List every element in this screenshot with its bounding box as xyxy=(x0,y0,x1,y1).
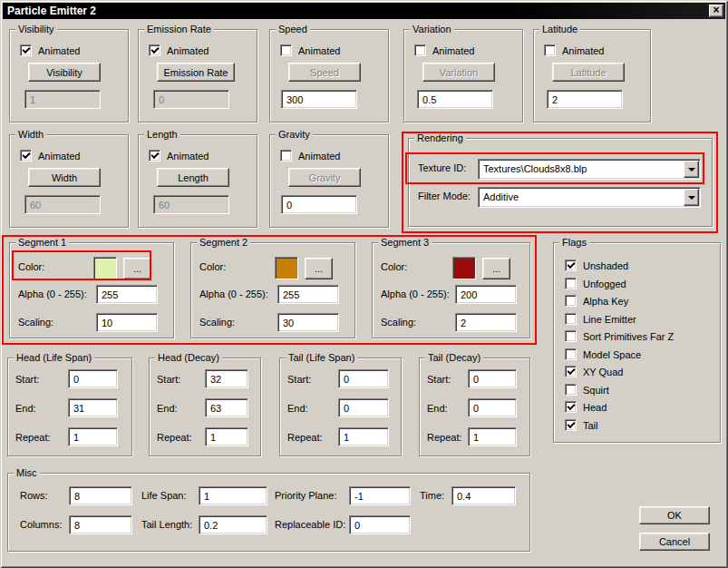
group-title: Emission Rate xyxy=(144,24,214,34)
flag-unshaded-checkbox[interactable] xyxy=(565,260,577,271)
group-segment-1: Segment 1 Color: ... Alpha (0 - 255): 25… xyxy=(9,242,174,338)
group-title: Tail (Decay) xyxy=(425,352,483,363)
repeat-label: Repeat: xyxy=(15,432,51,443)
variation-animated-checkbox[interactable] xyxy=(414,44,426,56)
color-label: Color: xyxy=(18,261,44,272)
latitude-value-field[interactable]: 2 xyxy=(547,90,623,109)
gravity-value-field[interactable]: 0 xyxy=(281,195,357,214)
length-animated-checkbox[interactable] xyxy=(149,150,160,162)
flag-line-emitter-checkbox[interactable] xyxy=(565,313,577,325)
texture-dropdown-button[interactable] xyxy=(684,161,699,178)
animated-label: Animated xyxy=(432,45,474,56)
head-lifespan-start-field[interactable]: 0 xyxy=(68,369,118,388)
emission-rate-animated-checkbox[interactable] xyxy=(149,44,160,56)
width-track-button[interactable]: Width xyxy=(28,168,101,187)
segment1-color-picker-button[interactable]: ... xyxy=(123,258,151,279)
head-decay-end-field[interactable]: 63 xyxy=(205,398,248,417)
segment3-color-picker-button[interactable]: ... xyxy=(482,258,510,279)
life-span-label: Life Span: xyxy=(141,490,187,501)
end-label: End: xyxy=(15,403,36,414)
gravity-animated-checkbox[interactable] xyxy=(280,150,292,162)
segment1-color-swatch xyxy=(93,257,117,279)
animated-label: Animated xyxy=(167,151,209,162)
group-gravity: Gravity Animated Gravity 0 xyxy=(269,134,389,228)
flag-squirt-checkbox[interactable] xyxy=(565,384,577,396)
segment3-alpha-field[interactable]: 200 xyxy=(455,285,517,304)
time-label: Time: xyxy=(420,490,444,501)
animated-label: Animated xyxy=(167,45,209,56)
segment2-alpha-field[interactable]: 255 xyxy=(277,285,339,304)
tail-decay-end-field[interactable]: 0 xyxy=(468,398,517,417)
head-lifespan-repeat-field[interactable]: 1 xyxy=(68,427,118,446)
tail-length-field[interactable]: 0.2 xyxy=(199,515,267,534)
rows-field[interactable]: 8 xyxy=(69,486,132,505)
segment1-scaling-field[interactable]: 10 xyxy=(96,313,158,332)
replaceable-id-label: Replaceable ID: xyxy=(275,519,345,530)
emission-rate-track-button[interactable]: Emission Rate xyxy=(157,63,235,82)
head-decay-repeat-field[interactable]: 1 xyxy=(205,427,248,446)
length-track-button[interactable]: Length xyxy=(157,168,229,187)
chevron-down-icon xyxy=(688,168,695,171)
tail-decay-start-field[interactable]: 0 xyxy=(468,369,517,388)
group-variation: Variation Animated Variation 0.5 xyxy=(403,29,523,122)
flag-unfogged-checkbox[interactable] xyxy=(565,278,577,289)
width-value-field: 60 xyxy=(24,195,101,214)
filter-dropdown-button[interactable] xyxy=(684,189,699,206)
segment3-color-swatch xyxy=(452,257,476,279)
flag-xy-quad-label: XY Quad xyxy=(583,367,623,377)
life-span-field[interactable]: 1 xyxy=(199,486,267,505)
close-icon[interactable]: × xyxy=(709,5,723,17)
head-decay-start-field[interactable]: 32 xyxy=(205,369,248,388)
texture-id-combobox[interactable]: Textures\Clouds8x8.blp xyxy=(478,159,701,180)
head-lifespan-end-field[interactable]: 31 xyxy=(68,398,118,417)
flag-model-space-checkbox[interactable] xyxy=(565,348,577,360)
time-field[interactable]: 0.4 xyxy=(451,486,516,505)
speed-value-field[interactable]: 300 xyxy=(281,90,357,109)
start-label: Start: xyxy=(15,374,39,385)
flag-head-checkbox[interactable] xyxy=(565,401,577,413)
priority-plane-field[interactable]: -1 xyxy=(349,486,411,505)
flag-alpha-key-checkbox[interactable] xyxy=(565,295,577,307)
scaling-label: Scaling: xyxy=(18,317,53,328)
repeat-label: Repeat: xyxy=(287,432,323,443)
ok-button[interactable]: OK xyxy=(639,506,710,524)
group-segment-2: Segment 2 Color: ... Alpha (0 - 255): 25… xyxy=(190,242,355,338)
group-tail-life-span: Tail (Life Span) Start: 0 End: 0 Repeat:… xyxy=(279,357,402,456)
speed-animated-checkbox[interactable] xyxy=(280,44,292,56)
group-flags: Flags Unshaded Unfogged Alpha Key Line E… xyxy=(553,242,721,443)
flag-sort-primitives-checkbox[interactable] xyxy=(565,330,577,342)
tail-length-label: Tail Length: xyxy=(141,519,192,530)
columns-field[interactable]: 8 xyxy=(69,515,132,534)
flag-tail-checkbox[interactable] xyxy=(565,419,577,431)
segment2-color-swatch xyxy=(275,257,298,279)
color-label: Color: xyxy=(199,261,226,272)
tail-lifespan-end-field[interactable]: 0 xyxy=(338,398,389,417)
width-animated-checkbox[interactable] xyxy=(20,150,32,162)
repeat-label: Repeat: xyxy=(157,432,192,443)
titlebar[interactable]: Particle Emitter 2 × xyxy=(3,3,725,19)
flag-unfogged-label: Unfogged xyxy=(583,279,626,289)
animated-label: Animated xyxy=(298,45,340,56)
segment2-scaling-field[interactable]: 30 xyxy=(277,313,339,332)
group-title: Head (Decay) xyxy=(155,352,222,363)
group-title: Speed xyxy=(276,24,310,34)
segment1-alpha-field[interactable]: 255 xyxy=(96,285,158,304)
flag-head-label: Head xyxy=(583,402,607,413)
replaceable-id-field[interactable]: 0 xyxy=(349,515,411,534)
visibility-animated-checkbox[interactable] xyxy=(20,44,32,56)
filter-mode-combobox[interactable]: Additive xyxy=(478,187,701,208)
gravity-track-button: Gravity xyxy=(288,168,361,187)
end-label: End: xyxy=(427,403,448,414)
tail-decay-repeat-field[interactable]: 1 xyxy=(468,427,517,446)
group-width: Width Animated Width 60 xyxy=(9,134,129,228)
segment2-color-picker-button[interactable]: ... xyxy=(305,258,333,279)
variation-value-field[interactable]: 0.5 xyxy=(417,90,493,109)
tail-lifespan-repeat-field[interactable]: 1 xyxy=(338,427,389,446)
cancel-button[interactable]: Cancel xyxy=(639,533,710,551)
flag-xy-quad-checkbox[interactable] xyxy=(565,366,577,377)
tail-lifespan-start-field[interactable]: 0 xyxy=(338,369,389,388)
filter-mode-value: Additive xyxy=(483,191,519,202)
segment3-scaling-field[interactable]: 2 xyxy=(455,313,517,332)
latitude-animated-checkbox[interactable] xyxy=(544,44,556,56)
visibility-track-button[interactable]: Visibility xyxy=(28,63,101,82)
